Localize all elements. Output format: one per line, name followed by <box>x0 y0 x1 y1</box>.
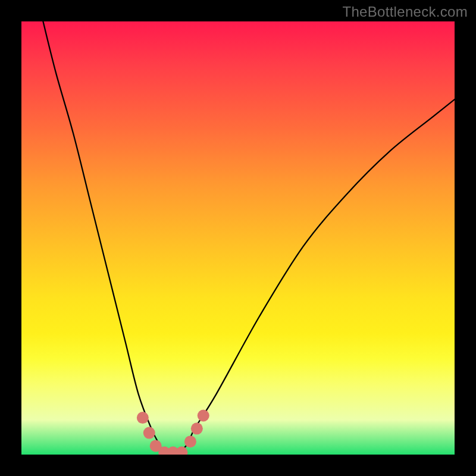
watermark-text: TheBottleneck.com <box>342 4 468 20</box>
curve-marker <box>143 427 155 439</box>
curve-marker <box>137 412 149 424</box>
chart-svg <box>21 21 455 455</box>
curve-marker <box>176 446 187 455</box>
bottleneck-curve <box>43 21 455 455</box>
curve-marker <box>191 422 203 434</box>
chart-frame: TheBottleneck.com <box>0 0 476 476</box>
curve-marker <box>198 409 209 421</box>
curve-marker <box>184 436 196 447</box>
plot-area <box>21 21 455 455</box>
curve-markers <box>137 409 209 455</box>
